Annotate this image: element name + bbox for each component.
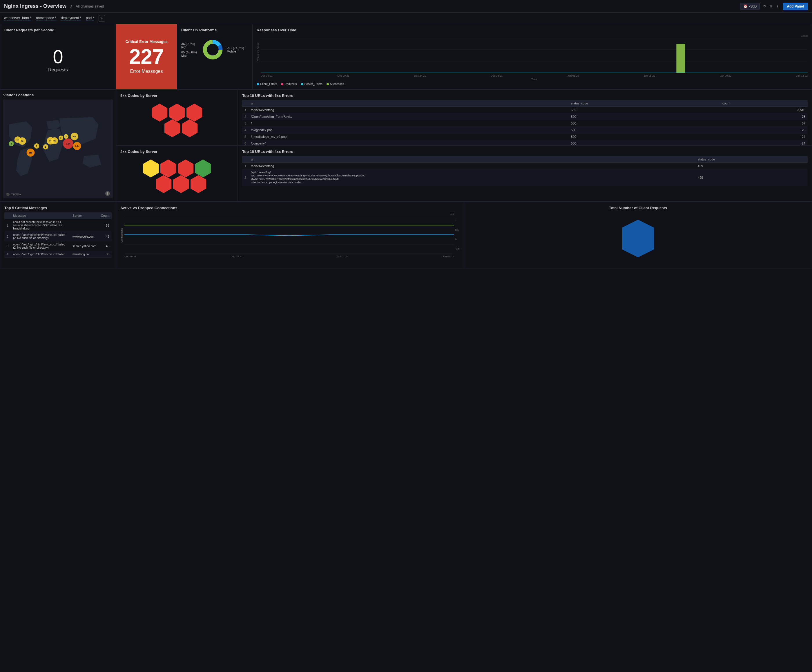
4xx-codes-title: 4xx Codes by Server — [120, 149, 234, 154]
header-controls: ⏰ -30D ↻ ▽ ⋮ Add Panel — [740, 3, 808, 10]
col-count: count — [720, 100, 808, 107]
client-requests-panel: Client Requests per Second 0 Requests — [0, 24, 116, 89]
hex-4xx-7 — [191, 175, 206, 193]
top4xx-title: Top 10 URLs with 4xx Errors — [242, 149, 808, 154]
col-status: status_code — [695, 156, 808, 163]
svg-text:7: 7 — [36, 145, 37, 147]
filter-bar: webserver_farm * namespace * deployment … — [0, 13, 812, 24]
time-range-value: -30D — [749, 4, 757, 9]
client-os-title: Client OS Platforms — [181, 28, 248, 32]
table-row: 1 /api/v1/event/log 499 — [242, 162, 808, 169]
svg-text:3: 3 — [66, 135, 67, 138]
col-server: Server — [70, 212, 99, 219]
table-row: 1 /api/v1/event/log 502 3,549 — [242, 107, 808, 113]
top4xx-table: url status_code 1 /api/v1/event/log 499 … — [242, 156, 808, 186]
col-count: Count — [99, 212, 112, 219]
svg-text:158: 158 — [29, 152, 32, 154]
critical-errors-panel: Critical Error Messages 227 Error Messag… — [116, 24, 177, 89]
svg-text:2: 2 — [45, 146, 46, 148]
responses-legend: Client_Errors Redirects Server_Errors Su… — [257, 82, 808, 85]
col-message: Message — [11, 212, 70, 219]
table-row: 3 open() "/etc/nginx/html/favicon.ico" f… — [4, 241, 112, 251]
col-num — [4, 212, 11, 219]
mapbox-info-icon[interactable]: i — [105, 191, 110, 196]
table-row: 5 /_media/logo_my_v2.png 500 24 — [242, 133, 808, 140]
client-requests-label: Requests — [4, 67, 112, 73]
client-requests-value: 0 — [4, 48, 112, 66]
hex-5xx-4 — [164, 119, 180, 137]
svg-rect-10 — [676, 44, 685, 73]
filter-icon[interactable]: ▽ — [769, 4, 772, 9]
client-requests-title: Client Requests per Second — [4, 28, 112, 32]
svg-point-3 — [207, 44, 218, 55]
table-row: 2 /GponForm/diag_Form?style/ 500 73 — [242, 113, 808, 120]
top5xx-title: Top 10 URLs with 5xx Errors — [242, 94, 808, 98]
add-filter-button[interactable]: + — [99, 15, 105, 22]
top5xx-panel: Top 10 URLs with 5xx Errors url status_c… — [238, 90, 812, 145]
saved-status: All changes saved — [76, 4, 737, 9]
critical-errors-title: Critical Error Messages — [125, 39, 167, 44]
col-num — [242, 100, 249, 107]
total-requests-title: Total Number of Client Requests — [609, 206, 667, 210]
filter-deployment[interactable]: deployment * — [61, 16, 81, 21]
filter-label: namespace * — [36, 16, 56, 20]
table-row: 3 / 500 57 — [242, 120, 808, 127]
connections-chart — [125, 216, 454, 254]
os-label-mobile: 291 (74.2%) Mobile — [227, 46, 248, 53]
more-icon[interactable]: ⋮ — [776, 4, 779, 9]
col-num — [242, 156, 249, 163]
world-map: 1 21 80 158 7 2 97 96 3 3 — [3, 99, 113, 198]
table-row: 4 open() "/etc/nginx/html/favicon.ico" f… — [4, 251, 112, 258]
top4xx-panel: Top 10 URLs with 4xx Errors url status_c… — [238, 145, 812, 202]
hex-4xx-5 — [156, 175, 171, 193]
4xx-codes-panel: 4xx Codes by Server — [116, 145, 238, 202]
refresh-icon[interactable]: ↻ — [763, 4, 766, 9]
top5xx-table: url status_code count 1 /api/v1/event/lo… — [242, 100, 808, 145]
total-requests-hex — [621, 218, 655, 259]
svg-text:7.1k: 7.1k — [66, 143, 70, 145]
critical-messages-table: Message Server Count 1 could not allocat… — [4, 212, 112, 258]
responses-panel: Responses Over Time Requests Count 4,000 — [252, 24, 812, 89]
svg-text:1: 1 — [11, 143, 12, 145]
visitor-locations-title: Visitor Locations — [3, 93, 113, 97]
critical-messages-title: Top 5 Critical Messages — [4, 206, 112, 210]
5xx-codes-title: 5xx Codes by Server — [120, 94, 234, 98]
active-connections-title: Active vs Dropped Connections — [120, 206, 460, 210]
table-row: 2 /api/v1/event/log?app_token=KG9NXX9LAk… — [242, 169, 808, 186]
share-icon[interactable]: ↗ — [69, 4, 73, 9]
responses-title: Responses Over Time — [257, 28, 808, 32]
time-range-picker[interactable]: ⏰ -30D — [740, 3, 760, 10]
svg-text:96: 96 — [53, 140, 56, 142]
table-row: 1 could not allocate new session in SSL … — [4, 219, 112, 232]
filter-webserver[interactable]: webserver_farm * — [4, 16, 31, 21]
svg-text:3: 3 — [60, 137, 61, 139]
add-panel-button[interactable]: Add Panel — [783, 3, 808, 10]
os-donut-chart — [201, 35, 224, 64]
filter-label: pod * — [86, 16, 94, 20]
col-status: status_code — [569, 100, 720, 107]
table-row: 6 /company/ 500 24 — [242, 140, 808, 145]
critical-errors-value: 227 — [129, 46, 164, 67]
mapbox-label: ⚫mapbox — [6, 193, 21, 196]
svg-text:242: 242 — [73, 135, 76, 138]
col-url: url — [249, 156, 695, 163]
y-axis-label: Requests Count — [257, 43, 259, 62]
svg-text:1.3k: 1.3k — [75, 145, 79, 147]
filter-pod[interactable]: pod * — [86, 16, 94, 21]
active-connections-panel: Active vs Dropped Connections Connection… — [116, 202, 464, 268]
svg-text:21: 21 — [17, 139, 19, 141]
table-row: 4 /blog/index.php 500 26 — [242, 127, 808, 133]
header: Nginx Ingress - Overview ↗ All changes s… — [0, 0, 812, 13]
col-url: url — [249, 100, 568, 107]
5xx-codes-panel: 5xx Codes by Server — [116, 90, 238, 145]
table-row: 2 open() "/etc/nginx/html/favicon.ico" f… — [4, 232, 112, 241]
hex-5xx-5 — [182, 119, 198, 137]
y-axis-connections: Connections — [120, 228, 123, 242]
clock-icon: ⏰ — [743, 4, 748, 9]
os-label-pc: 36 (9.2%) PC — [181, 42, 199, 49]
critical-errors-label: Error Messages — [130, 69, 163, 74]
map-container: 1 21 80 158 7 2 97 96 3 3 — [3, 99, 113, 198]
responses-chart: 2,000 0 — [261, 38, 808, 73]
client-os-panel: Client OS Platforms 36 (9.2%) PC 65 (16.… — [177, 24, 252, 89]
filter-namespace[interactable]: namespace * — [36, 16, 56, 21]
